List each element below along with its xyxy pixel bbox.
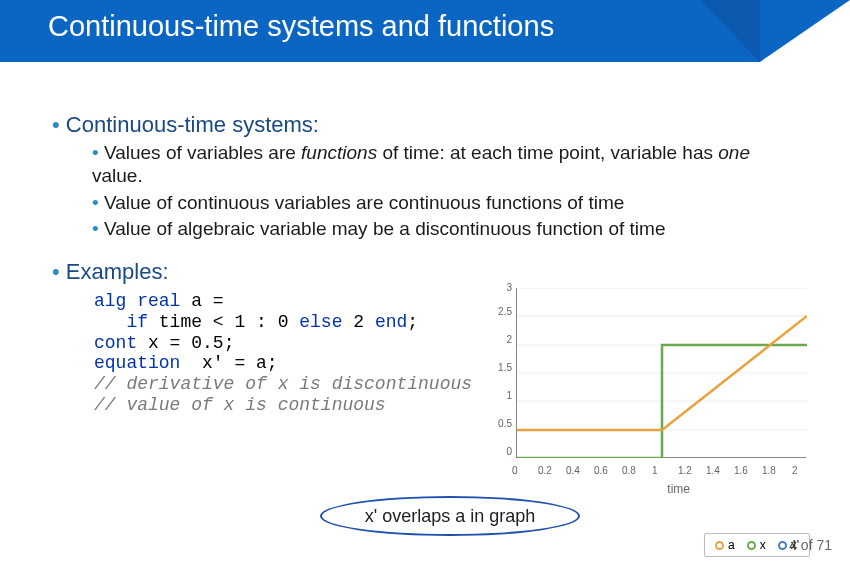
slide-title: Continuous-time systems and functions — [48, 10, 554, 43]
code-text: x = 0.5; — [137, 333, 234, 353]
circle-icon — [747, 541, 756, 550]
text-em: functions — [301, 142, 377, 163]
chart-svg — [517, 288, 807, 458]
kw: real — [126, 291, 180, 311]
ytick: 0 — [490, 446, 512, 457]
text: value. — [92, 165, 143, 186]
bullet-item: Value of continuous variables are contin… — [92, 192, 798, 215]
kw: end — [375, 312, 407, 332]
legend-item-x: x — [747, 538, 766, 552]
text: Values of variables are — [104, 142, 301, 163]
xtick: 0.2 — [538, 465, 552, 476]
ytick: 1.5 — [490, 362, 512, 373]
kw: else — [299, 312, 342, 332]
ytick: 0.5 — [490, 418, 512, 429]
text-em: one — [718, 142, 750, 163]
circle-icon — [715, 541, 724, 550]
header-accent-2 — [760, 0, 850, 62]
chart: 3 2.5 2 1.5 1 0.5 0 0 0.2 0.4 0.6 0.8 1 … — [490, 282, 810, 502]
legend-item-a: a — [715, 538, 735, 552]
xtick: 1.4 — [706, 465, 720, 476]
xtick: 1.8 — [762, 465, 776, 476]
legend-label: a — [728, 538, 735, 552]
ytick: 2 — [490, 334, 512, 345]
kw: if — [94, 312, 148, 332]
xtick: 0.6 — [594, 465, 608, 476]
xtick: 1.6 — [734, 465, 748, 476]
bullet-item: Value of algebraic variable may be a dis… — [92, 218, 798, 241]
xtick: 0.4 — [566, 465, 580, 476]
text: of time: at each time point, variable ha… — [377, 142, 718, 163]
page-total: 71 — [816, 537, 832, 553]
slide-header: Continuous-time systems and functions — [0, 0, 850, 62]
page-current: 4 — [789, 537, 797, 553]
xtick: 0.8 — [622, 465, 636, 476]
section-heading-1: Continuous-time systems: — [52, 112, 798, 138]
callout-annotation: x' overlaps a in graph — [320, 496, 580, 536]
ytick: 1 — [490, 390, 512, 401]
code-text: x' = a; — [180, 353, 277, 373]
kw: equation — [94, 353, 180, 373]
bullet-item: Values of variables are functions of tim… — [92, 142, 798, 188]
xtick: 1.2 — [678, 465, 692, 476]
xtick: 0 — [512, 465, 518, 476]
page-sep: of — [797, 537, 816, 553]
xtick: 1 — [652, 465, 658, 476]
x-axis-label: time — [667, 482, 690, 496]
code-text: time < 1 : 0 — [148, 312, 299, 332]
page-number: 4 of 71 — [789, 537, 832, 553]
code-text: a = — [180, 291, 223, 311]
plot-area — [516, 288, 806, 458]
xtick: 2 — [792, 465, 798, 476]
code-text: ; — [407, 312, 418, 332]
ytick: 3 — [490, 282, 512, 293]
code-text: 2 — [342, 312, 374, 332]
kw: alg — [94, 291, 126, 311]
header-accent — [700, 0, 760, 62]
kw: cont — [94, 333, 137, 353]
ytick: 2.5 — [490, 306, 512, 317]
circle-icon — [778, 541, 787, 550]
legend-label: x — [760, 538, 766, 552]
